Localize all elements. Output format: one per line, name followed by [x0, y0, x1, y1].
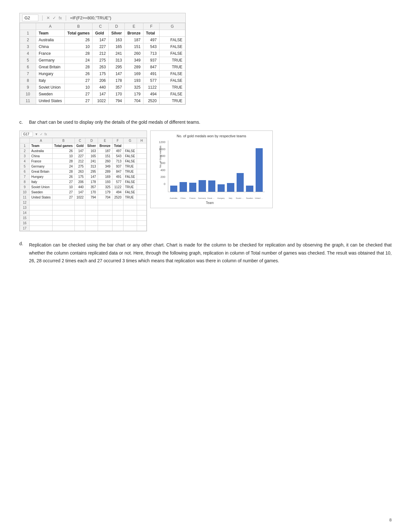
cell-d[interactable]: 165: [85, 154, 98, 159]
ss2-col-f[interactable]: F: [112, 138, 123, 143]
col-header-a[interactable]: A: [36, 23, 65, 30]
cell-e[interactable]: 260: [98, 159, 112, 164]
col-header-b[interactable]: B: [65, 23, 93, 30]
cell-e[interactable]: 169: [98, 174, 112, 179]
cell-total-games[interactable]: 26: [65, 71, 93, 77]
cell-silver[interactable]: 163: [109, 37, 125, 44]
cell-f[interactable]: [112, 221, 123, 226]
cell-c[interactable]: 1022: [74, 195, 85, 200]
cell-bronze[interactable]: 193: [125, 77, 143, 84]
cell-bronze[interactable]: 349: [125, 57, 143, 64]
cell-b[interactable]: 28: [53, 159, 75, 164]
cell-a[interactable]: Soviet Union: [30, 185, 53, 190]
cell-a[interactable]: [30, 221, 53, 226]
cell-silver[interactable]: 295: [109, 64, 125, 71]
cell-team[interactable]: Australia: [36, 37, 65, 44]
cell-bronze[interactable]: 260: [125, 50, 143, 57]
cell-e[interactable]: 704: [98, 195, 112, 200]
cell-a[interactable]: Hungary: [30, 174, 53, 179]
cell-a[interactable]: France: [30, 159, 53, 164]
cell-d[interactable]: 170: [85, 190, 98, 195]
cell-d[interactable]: 313: [85, 164, 98, 169]
cell-reference-2[interactable]: G17: [22, 132, 33, 137]
cell-gold[interactable]: 206: [93, 77, 109, 84]
cell-f[interactable]: 543: [112, 154, 123, 159]
cell-e[interactable]: [98, 205, 112, 210]
cell-silver[interactable]: 313: [109, 57, 125, 64]
cell-total-games[interactable]: 24: [65, 57, 93, 64]
cell-total[interactable]: 937: [143, 57, 159, 64]
cell-team[interactable]: Great Britain: [36, 64, 65, 71]
cell-g-value[interactable]: FALSE: [159, 71, 185, 77]
cell-b[interactable]: 27: [53, 190, 75, 195]
cell-b[interactable]: 27: [53, 195, 75, 200]
cell-silver[interactable]: 357: [109, 84, 125, 91]
cell-bronze[interactable]: 151: [125, 44, 143, 50]
cell-a[interactable]: China: [30, 154, 53, 159]
cell-g[interactable]: [123, 226, 137, 231]
cell-f[interactable]: 497: [112, 149, 123, 154]
cell-g[interactable]: TRUE: [123, 164, 137, 169]
cell-g[interactable]: FALSE: [123, 190, 137, 195]
cell-a[interactable]: Italy: [30, 179, 53, 185]
cell-f[interactable]: [112, 200, 123, 205]
cell-c[interactable]: [74, 216, 85, 221]
cell-a[interactable]: Germany: [30, 164, 53, 169]
cell-b[interactable]: 28: [53, 169, 75, 174]
cell-team[interactable]: Sweden: [36, 91, 65, 98]
cell-total[interactable]: 543: [143, 44, 159, 50]
cell-total[interactable]: 1122: [143, 84, 159, 91]
cell-c[interactable]: [74, 221, 85, 226]
cell-total-games[interactable]: 10: [65, 84, 93, 91]
cell-c[interactable]: [74, 205, 85, 210]
cell-bronze[interactable]: 179: [125, 91, 143, 98]
cell-g[interactable]: TRUE: [123, 195, 137, 200]
cell-gold[interactable]: 275: [93, 57, 109, 64]
cell-d[interactable]: 178: [85, 179, 98, 185]
ss2-col-e[interactable]: E: [98, 138, 112, 143]
cell-team[interactable]: Italy: [36, 77, 65, 84]
cell-c[interactable]: [74, 226, 85, 231]
cell-silver[interactable]: 165: [109, 44, 125, 50]
cell-reference-1[interactable]: G2: [22, 15, 38, 21]
cell-g[interactable]: TRUE: [123, 169, 137, 174]
cell-d[interactable]: 147: [85, 174, 98, 179]
cell-f[interactable]: 847: [112, 169, 123, 174]
ss2-col-d[interactable]: D: [85, 138, 98, 143]
cell-silver[interactable]: 794: [109, 98, 125, 104]
cell-gold[interactable]: 227: [93, 44, 109, 50]
cell-a[interactable]: [30, 226, 53, 231]
cell-bronze[interactable]: 704: [125, 98, 143, 104]
cell-team[interactable]: Germany: [36, 57, 65, 64]
cell-e[interactable]: [98, 221, 112, 226]
cell-f[interactable]: [112, 205, 123, 210]
cell-g-value[interactable]: TRUE: [159, 84, 185, 91]
cell-e[interactable]: 325: [98, 185, 112, 190]
cell-f[interactable]: [112, 210, 123, 216]
cell-a[interactable]: [30, 205, 53, 210]
cell-team[interactable]: Hungary: [36, 71, 65, 77]
cell-total-games[interactable]: 28: [65, 50, 93, 57]
cell-gold[interactable]: 147: [93, 37, 109, 44]
cell-b[interactable]: 27: [53, 179, 75, 185]
cell-b[interactable]: [53, 226, 75, 231]
cell-g-value[interactable]: FALSE: [159, 37, 185, 44]
cell-silver[interactable]: 241: [109, 50, 125, 57]
cell-team[interactable]: Soviet Union: [36, 84, 65, 91]
cell-a[interactable]: Australia: [30, 149, 53, 154]
cell-c[interactable]: [74, 200, 85, 205]
col-header-c[interactable]: C: [93, 23, 109, 30]
cell-d[interactable]: [85, 210, 98, 216]
ss2-col-b[interactable]: B: [53, 138, 75, 143]
cell-f[interactable]: 2520: [112, 195, 123, 200]
cell-total-games[interactable]: 27: [65, 77, 93, 84]
cell-b[interactable]: 10: [53, 185, 75, 190]
cell-c[interactable]: 263: [74, 169, 85, 174]
cell-silver[interactable]: 147: [109, 71, 125, 77]
cell-total-games[interactable]: 27: [65, 98, 93, 104]
cell-bronze[interactable]: 325: [125, 84, 143, 91]
cell-e[interactable]: [98, 210, 112, 216]
cell-f[interactable]: [112, 216, 123, 221]
cell-e[interactable]: 187: [98, 149, 112, 154]
cell-c[interactable]: 227: [74, 154, 85, 159]
